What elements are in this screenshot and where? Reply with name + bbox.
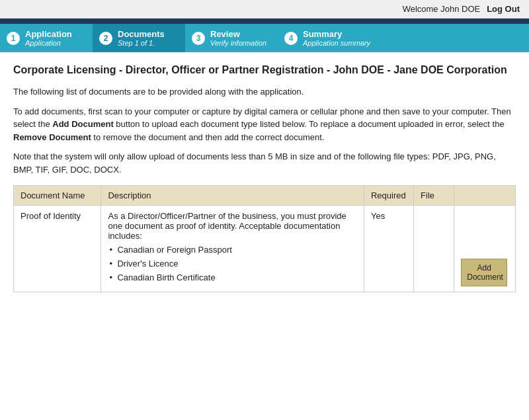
- intro2-mid: button to upload each document type list…: [114, 119, 505, 129]
- step-number-4: 4: [284, 32, 298, 45]
- header: Welcome John DOE Log Out: [0, 0, 529, 19]
- page-title: Corporate Licensing - Director, Officer …: [13, 63, 516, 77]
- doc-file-cell: [414, 206, 454, 292]
- required-value: Yes: [371, 211, 385, 221]
- wizard-step-4[interactable]: 4 Summary Application summary: [278, 24, 381, 52]
- brand-banner: [0, 19, 529, 24]
- doc-description-list: Canadian or Foreign Passport Driver's Li…: [108, 245, 356, 282]
- step-sub-4: Application summary: [303, 39, 370, 47]
- step-sub-2: Step 1 of 1.: [118, 39, 165, 47]
- step-title-2: Documents: [118, 29, 165, 39]
- list-item: Driver's Licence: [108, 259, 356, 269]
- step-text-1: Application Application: [25, 29, 72, 47]
- table-row: Proof of Identity As a Director/Officer/…: [14, 206, 516, 292]
- logout-button[interactable]: Log Out: [487, 4, 520, 14]
- step-sub-1: Application: [25, 39, 72, 47]
- step-sub-3: Verify information: [210, 39, 266, 47]
- list-item: Canadian Birth Certificate: [108, 273, 356, 282]
- col-header-file: File: [414, 186, 454, 206]
- wizard-step-2[interactable]: 2 Documents Step 1 of 1.: [93, 24, 185, 52]
- doc-action-cell: Add Document: [454, 206, 516, 292]
- doc-name-label: Proof of Identity: [20, 211, 81, 221]
- step-number-3: 3: [192, 32, 205, 45]
- step-text-3: Review Verify information: [210, 29, 266, 47]
- wizard-steps: 1 Application Application 2 Documents St…: [0, 24, 529, 52]
- col-header-action: [454, 186, 516, 206]
- intro-paragraph-1: The following list of documents are to b…: [13, 85, 516, 99]
- file-note: Note that the system will only allow upl…: [13, 150, 516, 176]
- doc-required-cell: Yes: [364, 206, 413, 292]
- step-number-2: 2: [99, 32, 112, 45]
- step-title-1: Application: [25, 29, 72, 39]
- list-item: Canadian or Foreign Passport: [108, 245, 356, 255]
- add-document-button[interactable]: Add Document: [461, 259, 507, 286]
- col-header-doc-name: Document Name: [14, 186, 101, 206]
- doc-description-cell: As a Director/Officer/Partner of the bus…: [101, 206, 364, 292]
- wizard-step-1[interactable]: 1 Application Application: [0, 24, 93, 52]
- col-header-description: Description: [101, 186, 364, 206]
- table-header-row: Document Name Description Required File: [14, 186, 516, 206]
- documents-table: Document Name Description Required File …: [13, 185, 516, 292]
- step-text-4: Summary Application summary: [303, 29, 370, 47]
- step-title-3: Review: [210, 29, 266, 39]
- step-title-4: Summary: [303, 29, 370, 39]
- doc-description-intro: As a Director/Officer/Partner of the bus…: [108, 211, 346, 241]
- remove-document-bold: Remove Document: [13, 132, 91, 142]
- wizard-step-3[interactable]: 3 Review Verify information: [185, 24, 278, 52]
- col-header-required: Required: [364, 186, 413, 206]
- main-content: Corporate Licensing - Director, Officer …: [0, 52, 529, 303]
- add-document-bold: Add Document: [52, 119, 113, 129]
- intro-paragraph-2: To add documents, first scan to your com…: [13, 105, 516, 144]
- step-text-2: Documents Step 1 of 1.: [118, 29, 165, 47]
- intro2-suffix: to remove the document and then add the …: [91, 132, 325, 142]
- step-number-1: 1: [7, 32, 20, 45]
- welcome-text: Welcome John DOE: [403, 4, 481, 14]
- doc-name-cell: Proof of Identity: [14, 206, 101, 292]
